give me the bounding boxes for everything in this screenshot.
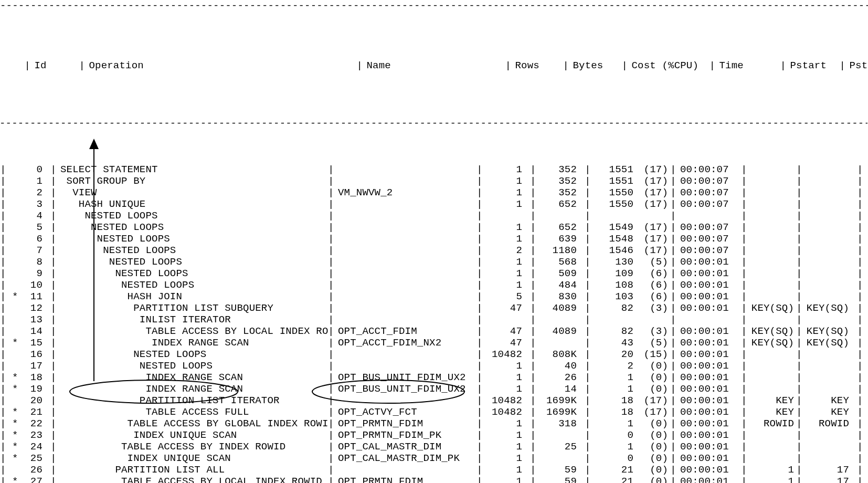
cell-cost: 1 bbox=[590, 372, 634, 383]
cell-rows: 1 bbox=[482, 198, 524, 210]
cell-cpu: (6) bbox=[634, 291, 670, 302]
cell-operation: NESTED LOOPS bbox=[56, 279, 328, 291]
arrow-annotation bbox=[93, 140, 94, 381]
cell-name: OPT_PRMTN_FDIM_PK bbox=[334, 429, 477, 441]
cell-id: 2 bbox=[6, 187, 45, 198]
cell-rows: 1 bbox=[482, 268, 524, 279]
cell-time: 00:00:01 bbox=[676, 349, 741, 360]
table-row: | 6 | NESTED LOOPS||1 |639 |1548(17)|00:… bbox=[0, 233, 868, 245]
cell-cpu: (3) bbox=[634, 326, 670, 337]
cell-id: 10 bbox=[6, 279, 45, 291]
cell-id: 6 bbox=[6, 233, 45, 245]
hdr-cost: Cost (%CPU) bbox=[627, 60, 709, 71]
table-row: | 7 | NESTED LOOPS||2 |1180 |1546(17)|00… bbox=[0, 245, 868, 256]
cell-bytes: 14 bbox=[536, 383, 579, 395]
cell-time: 00:00:07 bbox=[676, 164, 741, 175]
cell-bytes: 352 bbox=[536, 164, 579, 175]
cell-rows: 1 bbox=[482, 164, 524, 175]
table-row: | 2 | VIEW|VM_NWVW_2|1 |352 |1550(17)|00… bbox=[0, 187, 868, 198]
cell-time: 00:00:01 bbox=[676, 337, 741, 349]
cell-rows: 1 bbox=[482, 429, 524, 441]
cell-pstart: 1 bbox=[747, 476, 796, 483]
cell-bytes: 639 bbox=[536, 233, 579, 245]
table-row: | 26 | PARTITION LIST ALL||1 |59 |21(0)|… bbox=[0, 464, 868, 476]
cell-name: OPT_PRMTN_FDIM bbox=[334, 418, 477, 429]
table-row: | 10 | NESTED LOOPS||1 |484 |108(6)|00:0… bbox=[0, 279, 868, 291]
cell-id: 16 bbox=[6, 349, 45, 360]
cell-cpu: (0) bbox=[634, 441, 670, 453]
cell-cost: 1 bbox=[590, 418, 634, 429]
cell-cpu: (0) bbox=[634, 360, 670, 372]
cell-operation: NESTED LOOPS bbox=[56, 268, 328, 279]
cell-operation: TABLE ACCESS BY GLOBAL INDEX ROWID bbox=[56, 418, 328, 429]
cell-cost: 21 bbox=[590, 464, 634, 476]
cell-bytes: 40 bbox=[536, 360, 579, 372]
cell-id: * 21 bbox=[6, 406, 45, 418]
cell-rows: 1 bbox=[482, 175, 524, 187]
cell-pstart: KEY(SQ) bbox=[747, 326, 796, 337]
cell-operation: TABLE ACCESS BY LOCAL INDEX ROWID bbox=[56, 326, 328, 337]
cell-cpu: (6) bbox=[634, 279, 670, 291]
cell-rows: 1 bbox=[482, 476, 524, 483]
cell-bytes: 652 bbox=[536, 198, 579, 210]
table-row: | 1 | SORT GROUP BY||1 |352 |1551(17)|00… bbox=[0, 175, 868, 187]
cell-cpu: (0) bbox=[634, 453, 670, 464]
cell-cpu: (17) bbox=[634, 187, 670, 198]
cell-operation: NESTED LOOPS bbox=[56, 360, 328, 372]
divider-mid: ----------------------------------------… bbox=[0, 118, 867, 129]
cell-bytes: 352 bbox=[536, 175, 579, 187]
cell-operation: HASH UNIQUE bbox=[56, 198, 328, 210]
cell-cpu: (17) bbox=[634, 175, 670, 187]
hdr-id: Id bbox=[30, 60, 73, 71]
cell-time: 00:00:01 bbox=[676, 372, 741, 383]
cell-cost: 109 bbox=[590, 268, 634, 279]
cell-time: 00:00:01 bbox=[676, 383, 741, 395]
cell-id: 17 bbox=[6, 360, 45, 372]
cell-bytes: 484 bbox=[536, 279, 579, 291]
cell-cost: 82 bbox=[590, 326, 634, 337]
cell-operation: PARTITION LIST SUBQUERY bbox=[56, 302, 328, 314]
cell-id: * 11 bbox=[6, 291, 45, 302]
table-row: | 17 | NESTED LOOPS||1 |40 |2(0)|00:00:0… bbox=[0, 360, 868, 372]
cell-bytes: 25 bbox=[536, 441, 579, 453]
table-row: | 9 | NESTED LOOPS||1 |509 |109(6)|00:00… bbox=[0, 268, 868, 279]
cell-pstop: KEY bbox=[802, 395, 851, 406]
cell-name: OPT_ACCT_FDIM bbox=[334, 326, 477, 337]
cell-cost: 18 bbox=[590, 406, 634, 418]
cell-cost: 1 bbox=[590, 441, 634, 453]
cell-cpu: (17) bbox=[634, 233, 670, 245]
hdr-time: Time bbox=[715, 60, 780, 71]
cell-pstop: KEY(SQ) bbox=[802, 326, 851, 337]
cell-cpu: (3) bbox=[634, 302, 670, 314]
cell-rows: 10482 bbox=[482, 406, 524, 418]
table-row: |* 27 | TABLE ACCESS BY LOCAL INDEX ROWI… bbox=[0, 476, 868, 483]
cell-rows: 47 bbox=[482, 337, 524, 349]
cell-operation: INLIST ITERATOR bbox=[56, 314, 328, 326]
cell-time: 00:00:01 bbox=[676, 441, 741, 453]
cell-id: 4 bbox=[6, 210, 45, 222]
cell-time: 00:00:01 bbox=[676, 268, 741, 279]
cell-rows: 1 bbox=[482, 441, 524, 453]
cell-bytes: 1699K bbox=[536, 395, 579, 406]
cell-operation: TABLE ACCESS BY INDEX ROWID bbox=[56, 441, 328, 453]
cell-bytes: 808K bbox=[536, 349, 579, 360]
cell-pstop: 17 bbox=[802, 476, 851, 483]
cell-operation: NESTED LOOPS bbox=[56, 210, 328, 222]
cell-cpu: (17) bbox=[634, 198, 670, 210]
cell-cost: 1549 bbox=[590, 222, 634, 233]
cell-bytes: 4089 bbox=[536, 302, 579, 314]
hdr-pstart: Pstart bbox=[786, 60, 839, 71]
cell-bytes: 568 bbox=[536, 256, 579, 268]
hdr-operation: Operation bbox=[84, 60, 356, 71]
cell-cpu: (17) bbox=[634, 222, 670, 233]
cell-rows: 1 bbox=[482, 233, 524, 245]
cell-rows: 1 bbox=[482, 372, 524, 383]
cell-time: 00:00:01 bbox=[676, 256, 741, 268]
cell-pstart: KEY bbox=[747, 395, 796, 406]
cell-cpu: (0) bbox=[634, 418, 670, 429]
cell-cost: 2 bbox=[590, 360, 634, 372]
cell-pstart: KEY bbox=[747, 406, 796, 418]
cell-operation: TABLE ACCESS FULL bbox=[56, 406, 328, 418]
cell-cpu: (15) bbox=[634, 349, 670, 360]
cell-cpu: (5) bbox=[634, 256, 670, 268]
